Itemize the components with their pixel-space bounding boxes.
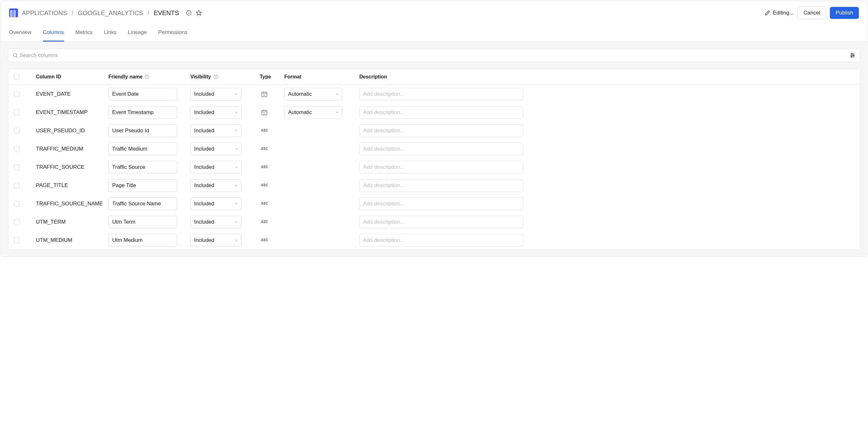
help-icon[interactable]	[144, 74, 149, 79]
visibility-select[interactable]: Included	[190, 216, 241, 228]
friendly-name-input[interactable]	[108, 124, 177, 137]
visibility-select[interactable]: Included	[190, 234, 241, 247]
header-column-id: Column ID	[36, 74, 108, 80]
page-header: APPLICATIONS / GOOGLE_ANALYTICS / EVENTS	[1, 1, 867, 25]
description-input[interactable]	[359, 197, 523, 210]
svg-text:31: 31	[263, 94, 266, 97]
table-row: PAGE_TITLEIncludedABC	[8, 176, 860, 195]
row-checkbox[interactable]	[14, 201, 20, 206]
table-row: UTM_TERMIncludedABC	[8, 213, 860, 231]
app-logo-icon	[9, 8, 18, 17]
tab-permissions[interactable]: Permissions	[158, 25, 188, 41]
friendly-name-input[interactable]	[108, 143, 177, 155]
description-input[interactable]	[359, 179, 523, 192]
visibility-select[interactable]: Included	[190, 143, 241, 155]
search-input[interactable]	[18, 49, 850, 62]
tab-columns[interactable]: Columns	[43, 25, 64, 41]
tab-overview[interactable]: Overview	[9, 25, 32, 41]
select-all-checkbox[interactable]	[14, 74, 20, 80]
calendar-icon: 31	[261, 91, 268, 98]
breadcrumb-applications[interactable]: APPLICATIONS	[22, 9, 67, 17]
star-icon[interactable]	[195, 9, 203, 17]
table-row: TRAFFIC_MEDIUMIncludedABC	[8, 140, 860, 158]
visibility-select[interactable]: Included	[190, 161, 241, 173]
header-visibility: Visibility	[190, 74, 260, 80]
visibility-select[interactable]: Included	[190, 179, 241, 192]
search-icon	[12, 53, 18, 58]
description-input[interactable]	[359, 106, 523, 119]
column-id-cell: EVENT_DATE	[36, 91, 108, 97]
help-icon[interactable]	[213, 74, 218, 79]
svg-point-9	[853, 55, 854, 56]
svg-point-2	[188, 12, 189, 12]
column-id-cell: TRAFFIC_MEDIUM	[36, 146, 108, 152]
friendly-name-input[interactable]	[108, 216, 177, 228]
text-type-icon: ABC	[261, 220, 268, 224]
table-row: TRAFFIC_SOURCE_NAMEIncludedABC	[8, 195, 860, 213]
description-input[interactable]	[359, 161, 523, 173]
column-id-cell: TRAFFIC_SOURCE	[36, 164, 108, 170]
svg-point-13	[147, 78, 147, 78]
row-checkbox[interactable]	[14, 91, 20, 97]
pencil-icon	[765, 10, 770, 16]
editing-label: Editing...	[773, 10, 794, 16]
breadcrumb-separator: /	[148, 9, 149, 17]
publish-button[interactable]: Publish	[830, 7, 859, 19]
calendar-icon: 31	[261, 109, 268, 116]
search-bar	[8, 48, 860, 62]
format-select[interactable]: Automatic	[284, 88, 342, 100]
text-type-icon: ABC	[261, 147, 268, 151]
columns-table: Column ID Friendly name Visibility Type …	[8, 69, 860, 250]
row-checkbox[interactable]	[14, 237, 20, 243]
description-input[interactable]	[359, 234, 523, 247]
text-type-icon: ABC	[261, 183, 268, 188]
svg-line-5	[17, 56, 18, 58]
friendly-name-input[interactable]	[108, 161, 177, 173]
tab-metrics[interactable]: Metrics	[75, 25, 93, 41]
friendly-name-input[interactable]	[108, 234, 177, 247]
text-type-icon: ABC	[261, 201, 268, 206]
table-header-row: Column ID Friendly name Visibility Type …	[8, 69, 860, 85]
table-row: EVENT_DATEIncluded31Automatic	[8, 85, 860, 103]
column-id-cell: TRAFFIC_SOURCE_NAME	[36, 201, 108, 207]
format-select[interactable]: Automatic	[284, 106, 342, 119]
row-checkbox[interactable]	[14, 109, 20, 115]
description-input[interactable]	[359, 216, 523, 228]
header-friendly-name: Friendly name	[108, 74, 190, 80]
breadcrumb-events[interactable]: EVENTS	[154, 9, 179, 17]
row-checkbox[interactable]	[14, 128, 20, 133]
description-input[interactable]	[359, 143, 523, 155]
text-type-icon: ABC	[261, 165, 268, 169]
description-input[interactable]	[359, 124, 523, 137]
header-type: Type	[260, 74, 284, 80]
table-row: TRAFFIC_SOURCEIncludedABC	[8, 158, 860, 176]
friendly-name-input[interactable]	[108, 179, 177, 192]
friendly-name-input[interactable]	[108, 106, 177, 119]
column-id-cell: USER_PSEUDO_ID	[36, 128, 108, 134]
svg-point-11	[851, 56, 852, 57]
visibility-select[interactable]: Included	[190, 88, 241, 100]
friendly-name-input[interactable]	[108, 88, 177, 100]
visibility-select[interactable]: Included	[190, 197, 241, 210]
svg-point-4	[13, 54, 17, 57]
cancel-button[interactable]: Cancel	[797, 7, 826, 19]
row-checkbox[interactable]	[14, 164, 20, 170]
visibility-select[interactable]: Included	[190, 106, 241, 119]
tab-lineage[interactable]: Lineage	[128, 25, 147, 41]
row-checkbox[interactable]	[14, 146, 20, 152]
column-id-cell: PAGE_TITLE	[36, 182, 108, 189]
table-row: EVENT_TIMESTAMPIncluded31Automatic	[8, 103, 860, 122]
description-input[interactable]	[359, 88, 523, 100]
info-icon[interactable]	[185, 9, 192, 17]
svg-point-7	[851, 54, 852, 55]
tab-bar: Overview Columns Metrics Links Lineage P…	[1, 25, 867, 41]
friendly-name-input[interactable]	[108, 197, 177, 210]
row-checkbox[interactable]	[14, 183, 20, 188]
row-checkbox[interactable]	[14, 219, 20, 225]
visibility-select[interactable]: Included	[190, 124, 241, 137]
breadcrumb-google-analytics[interactable]: GOOGLE_ANALYTICS	[78, 9, 143, 17]
tab-links[interactable]: Links	[104, 25, 117, 41]
filter-settings-icon[interactable]	[850, 53, 856, 58]
column-id-cell: UTM_TERM	[36, 219, 108, 225]
column-id-cell: UTM_MEDIUM	[36, 237, 108, 244]
